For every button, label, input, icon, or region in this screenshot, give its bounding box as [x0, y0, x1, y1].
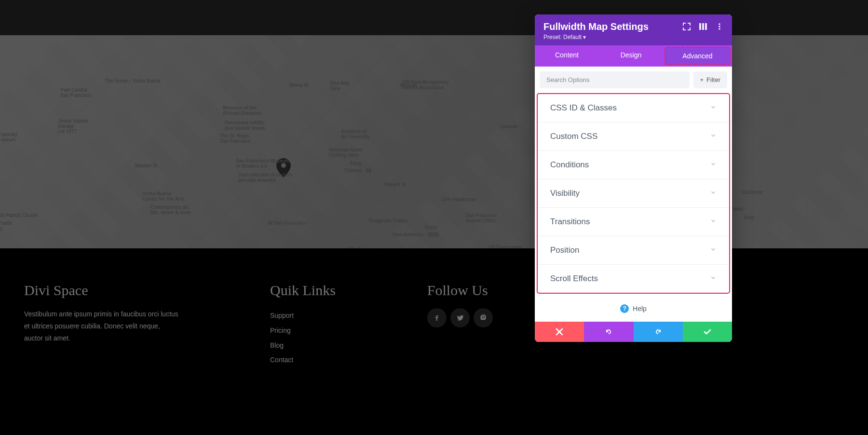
help-row[interactable]: ? Help [535, 296, 732, 322]
redo-icon [654, 328, 662, 336]
chevron-down-icon [710, 274, 717, 283]
map-section: Park Central San FranciscoJessie Square … [0, 35, 868, 248]
redo-button[interactable] [634, 322, 683, 342]
panel-title: Fullwidth Map Settings [543, 21, 649, 32]
map-dark-overlay [0, 35, 868, 248]
preset-label: Preset: [543, 34, 562, 41]
more-icon[interactable] [716, 23, 723, 30]
option-label: Visibility [550, 189, 580, 198]
undo-icon [605, 328, 612, 336]
undo-button[interactable] [584, 322, 633, 342]
option-position[interactable]: Position [538, 236, 729, 265]
option-visibility[interactable]: Visibility [538, 179, 729, 208]
svg-point-4 [719, 26, 720, 27]
footer-overlay [0, 248, 868, 435]
caret-down-icon: ▾ [583, 34, 586, 41]
close-icon [556, 328, 563, 336]
svg-rect-1 [702, 23, 704, 30]
tab-content[interactable]: Content [535, 45, 599, 67]
columns-icon[interactable] [699, 23, 707, 30]
panel-tabs: Content Design Advanced [535, 45, 732, 67]
search-input[interactable] [540, 71, 690, 88]
check-icon [704, 328, 711, 336]
option-label: CSS ID & Classes [550, 103, 617, 113]
option-label: Position [550, 245, 579, 255]
option-scroll-effects[interactable]: Scroll Effects [538, 265, 729, 293]
filter-button[interactable]: + Filter [693, 71, 727, 88]
option-label: Scroll Effects [550, 274, 598, 284]
chevron-down-icon [710, 132, 717, 141]
chevron-down-icon [710, 161, 717, 169]
option-css-id-classes[interactable]: CSS ID & Classes [538, 94, 729, 122]
chevron-down-icon [710, 189, 717, 198]
option-label: Custom CSS [550, 132, 597, 141]
option-transitions[interactable]: Transitions [538, 208, 729, 236]
panel-header: Fullwidth Map Settings Preset: Default ▾ [535, 14, 732, 45]
chevron-down-icon [710, 218, 717, 226]
tab-advanced[interactable]: Advanced [665, 47, 731, 65]
action-bar [535, 322, 732, 342]
save-button[interactable] [683, 322, 732, 342]
help-icon: ? [620, 304, 629, 313]
plus-icon: + [700, 76, 704, 83]
preset-value: Default [563, 34, 582, 41]
option-label: Conditions [550, 160, 589, 170]
option-label: Transitions [550, 217, 590, 227]
option-custom-css[interactable]: Custom CSS [538, 122, 729, 151]
preset-selector[interactable]: Preset: Default ▾ [543, 34, 723, 41]
options-list: CSS ID & Classes Custom CSS Conditions V… [537, 93, 730, 294]
expand-icon[interactable] [683, 23, 691, 30]
svg-rect-0 [699, 23, 701, 30]
close-button[interactable] [535, 322, 584, 342]
chevron-down-icon [710, 246, 717, 255]
option-conditions[interactable]: Conditions [538, 151, 729, 179]
settings-panel: Fullwidth Map Settings Preset: Default ▾… [535, 14, 732, 342]
chevron-down-icon [710, 104, 717, 112]
help-label: Help [633, 305, 647, 313]
svg-point-3 [719, 23, 720, 25]
search-row: + Filter [535, 67, 732, 93]
svg-point-5 [719, 28, 720, 30]
svg-rect-2 [705, 23, 707, 30]
filter-label: Filter [706, 76, 720, 83]
top-overlay [0, 0, 868, 35]
tab-design[interactable]: Design [599, 45, 663, 67]
